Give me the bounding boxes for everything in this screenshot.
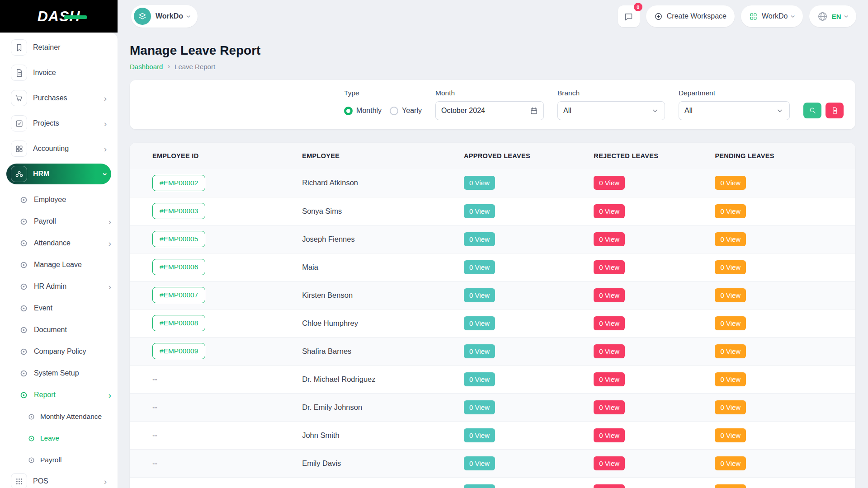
employee-name: Joseph Fiennes: [300, 225, 462, 253]
chevron-right-icon: ›: [108, 282, 111, 291]
chevron-right-icon: ›: [104, 119, 107, 128]
rejected-view-button[interactable]: 0 View: [594, 232, 625, 246]
rejected-view-button[interactable]: 0 View: [594, 484, 625, 488]
pending-view-button[interactable]: 0 View: [715, 344, 746, 358]
employee-name: Maia: [300, 253, 462, 281]
workspace-switcher[interactable]: WorkDo ›: [741, 5, 803, 27]
export-button[interactable]: [826, 103, 844, 118]
page-title: Manage Leave Report: [130, 43, 855, 58]
sidebar-item-label: Retainer: [33, 43, 60, 52]
approved-view-button[interactable]: 0 View: [464, 316, 495, 330]
radio-yearly[interactable]: Yearly: [390, 107, 422, 115]
approved-view-button[interactable]: 0 View: [464, 400, 495, 414]
approved-view-button[interactable]: 0 View: [464, 456, 495, 470]
sidebar-item-company-policy[interactable]: Company Policy: [6, 341, 111, 362]
filter-actions-group: [803, 89, 844, 120]
sidebar-item-retainer[interactable]: Retainer: [6, 37, 111, 58]
sidebar-item-leave[interactable]: Leave: [6, 427, 111, 449]
column-rejected-leaves: Rejected Leaves: [592, 143, 713, 169]
rejected-view-button[interactable]: 0 View: [594, 176, 625, 190]
sidebar-item-hrm[interactable]: HRM ›: [6, 164, 111, 184]
leave-report-table: Employee Id Employee Approved Leaves Rej…: [130, 143, 855, 488]
approved-view-button[interactable]: 0 View: [464, 176, 495, 190]
sidebar-item-attendance[interactable]: Attendance ›: [6, 232, 111, 254]
sidebar-item-payroll[interactable]: Payroll ›: [6, 211, 111, 232]
sidebar-item-pos[interactable]: POS ›: [6, 471, 111, 488]
rejected-view-button[interactable]: 0 View: [594, 204, 625, 218]
search-button[interactable]: [803, 103, 821, 118]
sidebar-item-invoice[interactable]: Invoice: [6, 62, 111, 83]
sidebar-item-event[interactable]: Event: [6, 297, 111, 319]
pending-view-button[interactable]: 0 View: [715, 176, 746, 190]
create-workspace-button[interactable]: Create Workspace: [646, 5, 735, 27]
pending-view-button[interactable]: 0 View: [715, 372, 746, 386]
department-label: Department: [679, 89, 790, 97]
sidebar-item-accounting[interactable]: Accounting ›: [6, 138, 111, 159]
branch-select[interactable]: All: [557, 101, 665, 120]
pending-view-button[interactable]: 0 View: [715, 400, 746, 414]
approved-view-button[interactable]: 0 View: [464, 204, 495, 218]
radio-monthly[interactable]: Monthly: [344, 107, 382, 115]
language-selector[interactable]: EN ›: [809, 5, 856, 27]
bullseye-icon: [20, 239, 28, 247]
sidebar-item-label: Report: [34, 391, 56, 399]
pending-view-button[interactable]: 0 View: [715, 316, 746, 330]
approved-view-button[interactable]: 0 View: [464, 288, 495, 302]
table-row: #EMP00006 Maia 0 View 0 View 0 View: [130, 253, 855, 281]
sidebar-item-label: Projects: [33, 119, 59, 127]
approved-view-button[interactable]: 0 View: [464, 232, 495, 246]
pending-view-button[interactable]: 0 View: [715, 204, 746, 218]
sidebar-item-document[interactable]: Document: [6, 319, 111, 341]
employee-id-badge[interactable]: #EMP00003: [152, 203, 205, 219]
approved-view-button[interactable]: 0 View: [464, 260, 495, 274]
sidebar-item-payroll[interactable]: Payroll: [6, 449, 111, 471]
employee-id-empty: --: [152, 403, 157, 411]
rejected-view-button[interactable]: 0 View: [594, 344, 625, 358]
approved-view-button[interactable]: 0 View: [464, 372, 495, 386]
employee-id-badge[interactable]: #EMP00006: [152, 259, 205, 275]
breadcrumb-dashboard-link[interactable]: Dashboard: [130, 63, 163, 70]
pending-view-button[interactable]: 0 View: [715, 232, 746, 246]
rejected-view-button[interactable]: 0 View: [594, 456, 625, 470]
employee-name: Dr. Michael Rodriguez: [300, 365, 462, 393]
rejected-view-button[interactable]: 0 View: [594, 400, 625, 414]
pending-view-button[interactable]: 0 View: [715, 260, 746, 274]
sidebar-item-hr-admin[interactable]: HR Admin ›: [6, 276, 111, 297]
radio-yearly-label: Yearly: [402, 107, 422, 115]
sidebar-item-system-setup[interactable]: System Setup: [6, 362, 111, 384]
pending-view-button[interactable]: 0 View: [715, 456, 746, 470]
rejected-view-button[interactable]: 0 View: [594, 316, 625, 330]
pending-view-button[interactable]: 0 View: [715, 484, 746, 488]
employee-id-badge[interactable]: #EMP00002: [152, 175, 205, 191]
sidebar-item-monthly-attendance[interactable]: Monthly Attendance: [6, 406, 111, 427]
rejected-view-button[interactable]: 0 View: [594, 372, 625, 386]
employee-name: Chloe Humphrey: [300, 309, 462, 337]
workspace-selector[interactable]: WorkDo ›: [131, 5, 198, 28]
rejected-view-button[interactable]: 0 View: [594, 260, 625, 274]
employee-id-badge[interactable]: #EMP00008: [152, 315, 205, 331]
messages-button[interactable]: 0: [618, 5, 640, 27]
app-logo[interactable]: DASH: [38, 8, 80, 25]
sidebar-item-employee[interactable]: Employee: [6, 189, 111, 211]
approved-view-button[interactable]: 0 View: [464, 428, 495, 442]
bullseye-icon: [20, 348, 28, 356]
rejected-view-button[interactable]: 0 View: [594, 428, 625, 442]
sidebar-item-report[interactable]: Report ›: [6, 384, 111, 406]
employee-id-badge[interactable]: #EMP00009: [152, 343, 205, 359]
chat-icon: [624, 12, 633, 21]
pending-view-button[interactable]: 0 View: [715, 288, 746, 302]
department-select[interactable]: All: [679, 101, 790, 120]
rejected-view-button[interactable]: 0 View: [594, 288, 625, 302]
approved-view-button[interactable]: 0 View: [464, 344, 495, 358]
approved-view-button[interactable]: 0 View: [464, 484, 495, 488]
pending-view-button[interactable]: 0 View: [715, 428, 746, 442]
sidebar-item-projects[interactable]: Projects ›: [6, 113, 111, 134]
employee-id-badge[interactable]: #EMP00007: [152, 287, 205, 303]
month-input[interactable]: October 2024: [435, 101, 544, 120]
department-filter-group: Department All: [679, 89, 790, 120]
sidebar-item-purchases[interactable]: Purchases ›: [6, 88, 111, 108]
chevron-right-icon: ›: [108, 239, 111, 248]
sidebar-item-manage-leave[interactable]: Manage Leave: [6, 254, 111, 276]
pos-icon: [11, 473, 27, 488]
employee-id-badge[interactable]: #EMP00005: [152, 231, 205, 247]
